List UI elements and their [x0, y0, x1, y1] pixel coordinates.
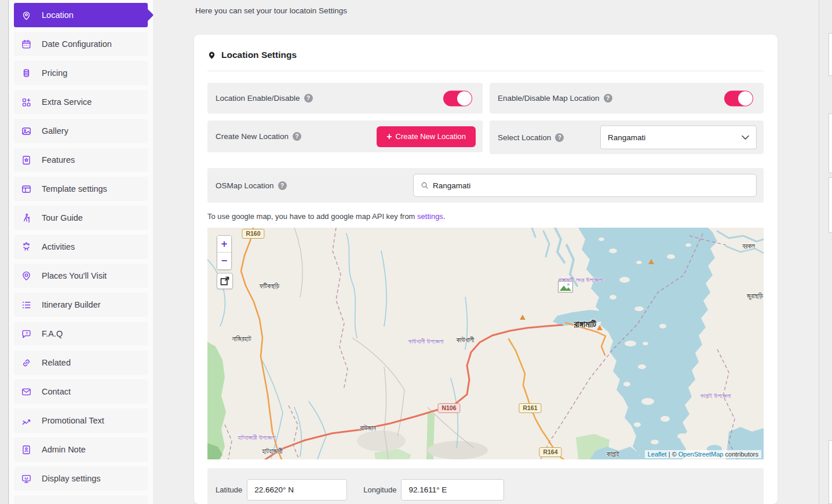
chevron-down-icon [742, 135, 749, 140]
attribution-sep: | © [667, 451, 678, 458]
sidebar-item-partial[interactable] [14, 495, 148, 504]
location-settings-card: Location Settings Location Enable/Disabl… [194, 35, 778, 504]
openstreetmap-link[interactable]: OpenStreetMap [678, 451, 724, 458]
pin-globe-icon [21, 271, 32, 282]
create-location-label: Create New Location ? [207, 132, 301, 141]
sidebar-item-label: Features [42, 155, 75, 165]
sidebar-item-display-settings[interactable]: Display settings [14, 466, 148, 491]
plus-icon: + [386, 132, 392, 142]
toggle-knob [457, 91, 472, 105]
active-item-arrow [141, 9, 154, 21]
right-edge-panel [819, 0, 832, 504]
fullscreen-button[interactable] [217, 273, 233, 289]
osmap-label: OSMap Location ? [207, 181, 287, 190]
sidebar-item-gallery[interactable]: Gallery [14, 119, 148, 143]
api-note-text: To use google map, you have to add googl… [207, 212, 417, 221]
coins-icon [21, 68, 32, 79]
help-icon[interactable]: ? [304, 94, 313, 103]
map-attribution: Leaflet | © OpenStreetMap contributors [645, 450, 761, 458]
card-title: Location Settings [221, 50, 297, 60]
osmap-leaflet-map[interactable]: R160 N106 R161 R164 ফটিকছড়ি নাজিরহাট কা… [207, 228, 764, 459]
zoom-out-button[interactable]: − [217, 253, 231, 269]
location-enable-toggle[interactable] [443, 90, 472, 106]
sidebar-item-label: Admin Note [42, 445, 86, 454]
sidebar-item-label: Activities [42, 242, 75, 251]
map-pin-icon [21, 10, 32, 21]
left-rail [0, 0, 9, 504]
osmap-location-row: OSMap Location ? [207, 168, 764, 203]
sidebar-item-activities[interactable]: Activities [14, 235, 148, 259]
sidebar: Location Date Configuration Pricing Extr… [9, 0, 153, 504]
sidebar-item-label: Contact [42, 387, 71, 396]
latitude-input[interactable] [247, 479, 347, 501]
map-enable-label: Enable/Disable Map Location ? [490, 94, 612, 103]
map-enable-toggle[interactable] [724, 90, 753, 106]
sidebar-item-template-settings[interactable]: Template settings [14, 177, 148, 201]
divider [207, 71, 764, 71]
link-icon [21, 357, 32, 368]
create-location-row: Create New Location ? + Create New Locat… [207, 120, 483, 152]
zoom-in-button[interactable]: + [217, 236, 231, 253]
sidebar-item-faq[interactable]: ? F.A.Q [14, 322, 148, 346]
document-star-icon [21, 155, 32, 166]
card-header: Location Settings [207, 50, 297, 60]
right-edge-panel-fragment [829, 177, 832, 233]
latitude-label: Latitude [216, 485, 242, 494]
location-select[interactable]: Rangamati [600, 126, 757, 149]
api-note: To use google map, you have to add googl… [207, 212, 446, 221]
fullscreen-icon [220, 276, 229, 286]
page-note: Here you can set your tour locatoin Sett… [195, 6, 347, 15]
sidebar-item-related[interactable]: Related [14, 350, 148, 375]
location-enable-label: Location Enable/Disable ? [207, 94, 313, 103]
sidebar-item-location[interactable]: Location [14, 3, 148, 27]
sidebar-item-label: Promotional Text [42, 416, 104, 425]
coordinates-row: Latitude Longitude [207, 468, 764, 504]
sidebar-item-promotional-text[interactable]: Promotional Text [14, 408, 148, 433]
help-icon[interactable]: ? [604, 94, 612, 103]
sidebar-item-tour-guide[interactable]: Tour Guide [14, 206, 148, 230]
chat-question-icon: ? [21, 328, 32, 339]
sidebar-item-extra-service[interactable]: Extra Service [14, 90, 148, 114]
sidebar-item-label: Date Configuration [42, 39, 112, 49]
calendar-icon [21, 39, 32, 50]
sidebar-item-admin-note[interactable]: Admin Note [14, 437, 148, 462]
help-icon[interactable]: ? [278, 181, 287, 190]
help-icon[interactable]: ? [293, 132, 301, 141]
create-new-location-button[interactable]: + Create New Location [377, 126, 476, 147]
layout-icon [21, 184, 32, 195]
label-text: Select Location [498, 133, 551, 142]
sidebar-item-date-configuration[interactable]: Date Configuration [14, 32, 148, 56]
hiker-icon [21, 213, 32, 224]
longitude-input[interactable] [401, 479, 504, 501]
sidebar-item-itinerary-builder[interactable]: Itinerary Builder [14, 293, 148, 317]
leaflet-link[interactable]: Leaflet [648, 451, 667, 458]
sidebar-item-features[interactable]: Features [14, 148, 148, 172]
monitor-icon [21, 473, 32, 484]
label-text: Create New Location [216, 132, 289, 141]
road-badge: N106 [437, 403, 460, 413]
help-icon[interactable]: ? [555, 133, 564, 142]
envelope-icon [21, 386, 32, 397]
select-location-row: Select Location ? Rangamati [490, 120, 764, 154]
osmap-search-box [413, 174, 757, 197]
sidebar-item-contact[interactable]: Contact [14, 379, 148, 404]
sidebar-item-label: Tour Guide [42, 213, 83, 222]
sidebar-item-label: Pricing [42, 68, 67, 78]
attribution-suffix: contributors [723, 451, 758, 458]
osmap-search-input[interactable] [433, 181, 749, 190]
button-text: Create New Location [396, 132, 466, 141]
sidebar-item-label: Extra Service [42, 97, 92, 107]
marker-broken-image-icon[interactable] [558, 281, 573, 293]
label-text: Location Enable/Disable [216, 94, 300, 103]
map-enable-row: Enable/Disable Map Location ? [490, 83, 764, 114]
sidebar-item-pricing[interactable]: Pricing [14, 61, 148, 85]
toggle-knob [738, 91, 753, 105]
sidebar-item-label: Itinerary Builder [42, 300, 101, 309]
image-icon [21, 126, 32, 137]
sidebar-item-label: Places You'll Visit [42, 271, 107, 280]
road-badge: R160 [242, 229, 264, 239]
settings-link[interactable]: settings [417, 212, 443, 221]
sidebar-item-places-youll-visit[interactable]: Places You'll Visit [14, 264, 148, 288]
right-edge-panel-fragment [829, 440, 832, 504]
search-icon [421, 181, 429, 189]
